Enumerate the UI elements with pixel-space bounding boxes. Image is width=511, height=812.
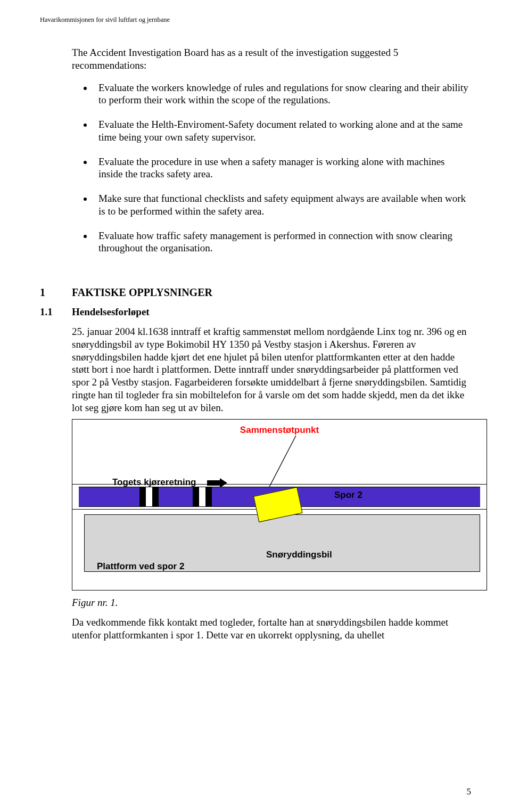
recommendation-item: Make sure that functional checklists and… — [93, 192, 471, 218]
recommendation-item: Evaluate the procedure in use when a saf… — [93, 155, 471, 181]
snow-plow-icon — [253, 496, 298, 523]
subsection-heading: 1.1 Hendelsesforløpet — [40, 306, 471, 318]
snow-plow-label: Snøryddingsbil — [266, 549, 332, 560]
intro-paragraph: The Accident Investigation Board has as … — [72, 46, 471, 72]
page: Havarikommisjonen for sivil luftfart og … — [0, 0, 511, 812]
section-number: 1 — [40, 286, 72, 299]
figure-diagram: Sammenstøtpunkt Togets kjøreretning Spor… — [72, 419, 487, 590]
recommendation-item: Evaluate the Helth-Enviroment-Safety doc… — [93, 118, 471, 144]
platform-label: Plattform ved spor 2 — [97, 561, 184, 572]
figure-caption: Figur nr. 1. — [72, 597, 471, 609]
running-header: Havarikommisjonen for sivil luftfart og … — [40, 16, 471, 24]
track-label: Spor 2 — [334, 490, 362, 501]
train-direction-label: Togets kjøreretning — [112, 477, 196, 488]
page-number: 5 — [467, 786, 472, 797]
body-paragraph: 25. januar 2004 kl.1638 inntraff et kraf… — [72, 325, 471, 414]
recommendation-item: Evaluate how traffic safety management i… — [93, 229, 471, 255]
body-paragraph: Da vedkommende fikk kontakt med togleder… — [72, 616, 471, 642]
subsection-number: 1.1 — [40, 306, 72, 318]
subsection-title: Hendelsesforløpet — [72, 306, 150, 318]
recommendation-item: Evaluate the workers knowledge of rules … — [93, 81, 471, 107]
recommendations-list: Evaluate the workers knowledge of rules … — [72, 81, 471, 255]
track-area: Spor 2 Snøryddingsbil Plattform ved spor… — [79, 487, 480, 577]
section-title: FAKTISKE OPPLYSNINGER — [72, 286, 212, 299]
section-heading: 1 FAKTISKE OPPLYSNINGER — [40, 286, 471, 299]
impact-point-label: Sammenstøtpunkt — [79, 425, 480, 436]
